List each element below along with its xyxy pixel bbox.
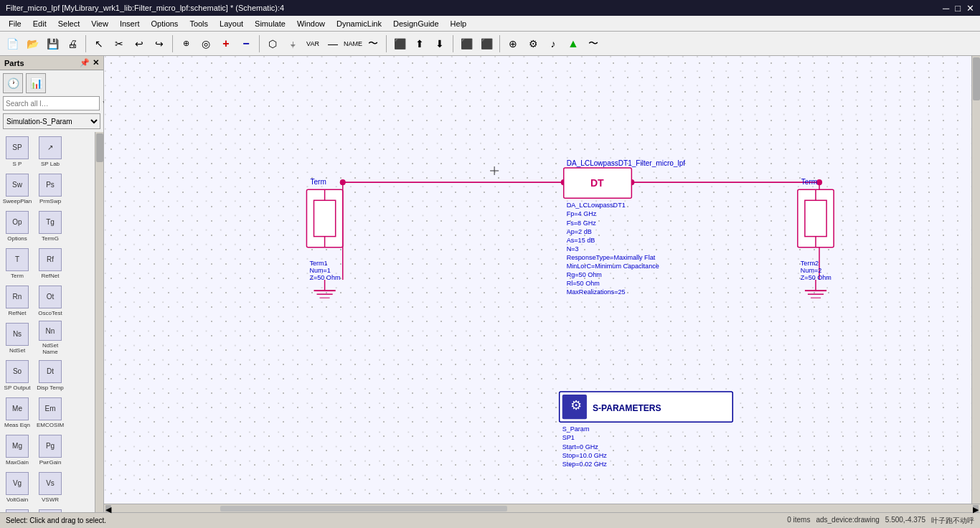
status-items: 0 items bbox=[787, 516, 810, 526]
part-item-refnet2[interactable]: RnRefNet bbox=[1, 283, 33, 319]
part-item-mu[interactable]: μMu bbox=[34, 506, 66, 512]
hscrollbar[interactable]: ◀ ▶ bbox=[104, 504, 980, 512]
search-input[interactable] bbox=[3, 96, 100, 110]
part-item-oscotest[interactable]: OtOscoTest bbox=[34, 283, 66, 319]
menu-item-designguide[interactable]: DesignGuide bbox=[387, 18, 445, 29]
schematic-svg: Term Term1 Num=1 Z=50 Ohm Term Term2 bbox=[104, 56, 971, 504]
minimize-button[interactable]: ─ bbox=[943, 3, 949, 14]
part-item-measegn[interactable]: MeMeas Eqn bbox=[1, 395, 33, 430]
svg-text:Ap=2 dB: Ap=2 dB bbox=[567, 228, 592, 235]
hscroll-right[interactable]: ▶ bbox=[973, 505, 979, 512]
select-button[interactable]: ↖ bbox=[90, 34, 108, 53]
cut-button[interactable]: ✂ bbox=[110, 34, 128, 53]
part-icon-termg: Tg bbox=[39, 211, 62, 234]
vscroll-thumb[interactable] bbox=[973, 57, 980, 100]
part-item-refnet[interactable]: RfRefNet bbox=[34, 245, 66, 281]
parts-header-controls: 📌 ✕ bbox=[80, 58, 99, 67]
parts-close-button[interactable]: ✕ bbox=[93, 58, 99, 67]
part-item-vswr[interactable]: VsVSWR bbox=[34, 469, 66, 505]
sim-run-button[interactable]: ▲ bbox=[564, 34, 583, 53]
sim1-button[interactable]: ⬛ bbox=[390, 34, 409, 53]
menu-item-help[interactable]: Help bbox=[445, 18, 473, 29]
zoom-in-button[interactable]: ⊕ bbox=[504, 34, 522, 53]
wave-button[interactable]: 〜 bbox=[364, 34, 382, 53]
undo-button[interactable]: ↩ bbox=[130, 34, 149, 53]
maximize-button[interactable]: □ bbox=[955, 3, 961, 14]
svg-text:Fs=8 GHz: Fs=8 GHz bbox=[567, 220, 596, 227]
part-item-maxgain[interactable]: MgMaxGain bbox=[1, 432, 33, 468]
save-button[interactable]: 💾 bbox=[43, 34, 62, 53]
part-item-pwrgain[interactable]: PgPwrGain bbox=[34, 432, 66, 468]
var-button[interactable]: VAR bbox=[303, 34, 322, 53]
menu-item-file[interactable]: File bbox=[3, 18, 27, 29]
wire-button[interactable]: ⬡ bbox=[263, 34, 282, 53]
hscroll-left[interactable]: ◀ bbox=[105, 505, 111, 512]
sim2-button[interactable]: ⬆ bbox=[410, 34, 429, 53]
menu-item-tools[interactable]: Tools bbox=[184, 18, 214, 29]
menu-item-simulate[interactable]: Simulate bbox=[249, 18, 291, 29]
menu-item-select[interactable]: Select bbox=[52, 18, 86, 29]
menu-item-edit[interactable]: Edit bbox=[27, 18, 52, 29]
sep1 bbox=[85, 35, 86, 52]
menu-item-dynamiclink[interactable]: DynamicLink bbox=[331, 18, 387, 29]
hscroll-thumb[interactable] bbox=[220, 506, 507, 512]
menu-item-view[interactable]: View bbox=[85, 18, 114, 29]
part-item-sweep[interactable]: SwSweepPlan bbox=[1, 171, 33, 207]
part-item-sp[interactable]: SPS P bbox=[1, 133, 33, 169]
new-button[interactable]: 📄 bbox=[3, 34, 22, 53]
waveform-button[interactable]: 〜 bbox=[584, 34, 603, 53]
audio-button[interactable]: ♪ bbox=[544, 34, 562, 53]
parts-tab-clock[interactable]: 🕐 bbox=[3, 73, 23, 93]
part-item-voltgain[interactable]: VgVoltGain bbox=[1, 469, 33, 505]
tool1-button[interactable]: ⬛ bbox=[457, 34, 476, 53]
component-button[interactable]: ⊕ bbox=[176, 34, 195, 53]
svg-text:Term2: Term2 bbox=[801, 260, 819, 267]
part-icon-refnet: Rf bbox=[39, 248, 62, 271]
parts-pin-button[interactable]: 📌 bbox=[80, 58, 90, 67]
name-button[interactable]: NAME bbox=[344, 34, 362, 53]
part-item-ndset[interactable]: NsNdSet bbox=[1, 320, 33, 356]
hscroll-track[interactable] bbox=[113, 505, 971, 512]
svg-text:S-PARAMETERS: S-PARAMETERS bbox=[593, 403, 661, 413]
parts-dropdown[interactable]: Simulation-S_ParamAll bbox=[3, 113, 100, 129]
part-icon-measegn: Me bbox=[6, 397, 29, 420]
svg-text:MaxRealizations=25: MaxRealizations=25 bbox=[567, 288, 626, 296]
part-item-ndsetname[interactable]: NnNdSet Name bbox=[34, 320, 66, 356]
part-icon-spoutput: So bbox=[6, 360, 29, 383]
ground-button[interactable]: ⏚ bbox=[283, 34, 302, 53]
part-item-splab[interactable]: ↗SP Lab bbox=[34, 133, 66, 169]
part-item-termg[interactable]: TgTermG bbox=[34, 208, 66, 244]
part-item-prmswp[interactable]: PsPrmSwp bbox=[34, 171, 66, 207]
tool2-button[interactable]: ⬛ bbox=[477, 34, 496, 53]
menu-item-layout[interactable]: Layout bbox=[214, 18, 249, 29]
svg-text:ResponseType=Maximally Flat: ResponseType=Maximally Flat bbox=[567, 254, 656, 261]
part-item-spoutput[interactable]: SoSP Output bbox=[1, 357, 33, 393]
open-button[interactable]: 📂 bbox=[23, 34, 42, 53]
part-icon-maxgain: Mg bbox=[6, 435, 29, 458]
minus-button[interactable]: − bbox=[237, 34, 255, 53]
part-item-emcosim[interactable]: EmEMCOSIM bbox=[34, 395, 66, 430]
parts-title: Parts bbox=[4, 59, 24, 67]
parts-scrollbar[interactable] bbox=[95, 132, 103, 512]
plus-button[interactable]: + bbox=[217, 34, 235, 53]
svg-text:Num=1: Num=1 bbox=[309, 267, 330, 274]
redo-button[interactable]: ↪ bbox=[150, 34, 169, 53]
parts-tab-chart[interactable]: 📊 bbox=[26, 73, 46, 93]
print-button[interactable]: 🖨 bbox=[63, 34, 82, 53]
probe-button[interactable]: ◎ bbox=[197, 34, 215, 53]
part-item-options[interactable]: OpOptions bbox=[1, 208, 33, 244]
scrollbar-thumb[interactable] bbox=[96, 133, 103, 162]
close-button[interactable]: ✕ bbox=[966, 3, 974, 14]
part-item-term[interactable]: TTerm bbox=[1, 245, 33, 281]
parts-panel: Parts 📌 ✕ 🕐 📊 ▼ Simulation-S_ParamAll SP… bbox=[0, 56, 104, 512]
vscrollbar[interactable] bbox=[971, 56, 980, 504]
settings-button[interactable]: ⚙ bbox=[524, 34, 542, 53]
part-item-gainrip[interactable]: GrGainRip bbox=[1, 506, 33, 512]
menu-item-options[interactable]: Options bbox=[145, 18, 184, 29]
sim3-button[interactable]: ⬇ bbox=[430, 34, 449, 53]
menu-item-window[interactable]: Window bbox=[291, 18, 331, 29]
menu-item-insert[interactable]: Insert bbox=[114, 18, 146, 29]
part-item-disptemp[interactable]: DtDisp Temp bbox=[34, 357, 66, 393]
canvas-area[interactable]: Term Term1 Num=1 Z=50 Ohm Term Term2 bbox=[104, 56, 971, 504]
line-button[interactable]: — bbox=[324, 34, 342, 53]
